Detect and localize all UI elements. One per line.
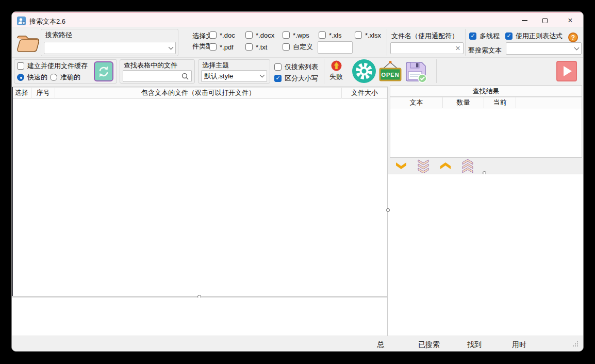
column-header-select[interactable]: 选择 <box>12 87 31 98</box>
close-icon: × <box>568 16 572 25</box>
clear-icon[interactable]: × <box>455 44 460 53</box>
filename-label: 文件名（使用通配符） <box>391 31 458 41</box>
filetype-xlsx-checkbox[interactable]: *.xlsx <box>355 31 381 39</box>
search-icon <box>181 73 189 80</box>
fail-arrow-icon <box>331 60 342 71</box>
multithread-checkbox[interactable]: 多线程 <box>469 32 500 40</box>
table-filter-input[interactable] <box>126 71 179 81</box>
filetype-wps-checkbox[interactable]: *.wps <box>283 31 309 39</box>
refresh-icon <box>97 65 110 78</box>
start-search-button[interactable] <box>556 61 577 81</box>
search-path-combobox[interactable] <box>44 42 176 54</box>
checkbox-icon <box>17 62 24 70</box>
play-icon <box>564 66 572 76</box>
previous-match-button[interactable] <box>438 161 453 170</box>
title-bar: 搜索文本2.6 × <box>12 12 583 27</box>
checkbox-icon <box>245 43 253 51</box>
search-path-input[interactable] <box>47 42 167 54</box>
custom-filetype-input[interactable] <box>321 42 350 53</box>
fail-status[interactable]: 失败 <box>325 60 347 81</box>
status-searched-label: 已搜索 <box>418 340 440 350</box>
save-floppy-icon <box>404 60 427 83</box>
radio-icon <box>50 74 57 81</box>
app-icon <box>17 16 26 25</box>
checkbox-icon <box>355 31 362 39</box>
folder-icon <box>15 31 40 54</box>
table-filter-inputbox[interactable] <box>123 70 192 82</box>
regex-checkbox[interactable]: 使用正则表达式 <box>505 32 563 40</box>
results-column-current[interactable]: 当前 <box>484 97 516 108</box>
results-column-count[interactable]: 数量 <box>443 97 484 108</box>
chevron-down-icon <box>574 45 580 50</box>
column-header-index[interactable]: 序号 <box>31 87 55 98</box>
search-text-input[interactable] <box>509 43 573 54</box>
triple-chevron-down-icon <box>417 159 429 173</box>
radio-icon <box>17 74 24 81</box>
results-column-empty <box>516 97 582 108</box>
filetype-pdf-checkbox[interactable]: *.pdf <box>209 43 234 51</box>
filetype-txt-checkbox[interactable]: *.txt <box>245 43 267 51</box>
table-filter-label: 查找表格中的文件 <box>124 61 177 70</box>
chevron-down-icon <box>169 44 174 49</box>
status-found-label: 找到 <box>467 340 482 350</box>
list-only-checkbox[interactable]: 仅搜索列表 <box>274 63 318 71</box>
radio-accurate[interactable]: 准确的 <box>50 73 80 81</box>
minimize-button[interactable] <box>513 13 536 28</box>
cache-checkbox[interactable]: 建立并使用文件缓存 <box>17 62 88 70</box>
chevron-down-gold-icon <box>395 162 407 170</box>
checkbox-icon <box>469 32 476 40</box>
gear-icon <box>352 59 376 83</box>
search-text-combobox[interactable] <box>506 42 582 55</box>
open-label: OPEN <box>381 72 399 78</box>
close-button[interactable]: × <box>558 13 582 28</box>
filetype-custom-checkbox[interactable]: 自定义 <box>283 43 313 51</box>
splitter-handle-icon[interactable] <box>386 208 390 212</box>
status-time-label: 用时 <box>512 340 526 350</box>
open-file-button[interactable]: OPEN <box>379 60 402 82</box>
filename-inputbox[interactable]: × <box>390 42 464 54</box>
file-table-body <box>12 98 387 296</box>
next-match-button[interactable] <box>394 161 408 170</box>
resize-grip-icon[interactable] <box>573 341 574 342</box>
choose-folder-button[interactable] <box>15 30 41 54</box>
triple-chevron-up-icon <box>461 159 474 173</box>
column-header-files[interactable]: 包含文本的文件（双击可以打开文件） <box>55 87 342 98</box>
maximize-button[interactable] <box>534 13 556 28</box>
radio-fast[interactable]: 快速的 <box>17 73 47 81</box>
checkbox-icon <box>283 43 290 51</box>
checkbox-icon <box>505 32 513 40</box>
case-sensitive-checkbox[interactable]: 区分大小写 <box>274 74 318 82</box>
filetype-xls-checkbox[interactable]: *.xls <box>319 31 342 39</box>
checkbox-icon <box>209 31 217 39</box>
save-results-button[interactable] <box>404 59 427 83</box>
open-sign-icon: OPEN <box>379 60 402 82</box>
theme-select[interactable]: 默认.style <box>201 70 267 82</box>
custom-filetype-inputbox[interactable] <box>318 41 353 54</box>
filetype-docx-checkbox[interactable]: *.docx <box>245 31 274 39</box>
settings-button[interactable] <box>352 59 376 83</box>
filename-input[interactable] <box>393 43 453 54</box>
table-left-edge <box>12 87 13 297</box>
theme-label: 选择主题 <box>202 61 229 70</box>
results-column-text[interactable]: 文本 <box>390 97 443 108</box>
checkbox-icon <box>274 63 282 71</box>
checkbox-icon <box>245 31 253 39</box>
checkbox-icon <box>274 75 282 82</box>
checkbox-icon <box>209 43 217 51</box>
first-match-button[interactable] <box>460 159 475 173</box>
search-path-label: 搜索路径 <box>45 30 72 40</box>
separator <box>387 29 387 56</box>
status-total-label: 总 <box>377 340 384 350</box>
column-header-filesize[interactable]: 文件大小 <box>342 87 387 98</box>
filetype-doc-checkbox[interactable]: *.doc <box>209 31 235 39</box>
refresh-cache-button[interactable] <box>94 61 113 81</box>
search-text-label: 要搜索文本 <box>468 46 502 55</box>
chevron-down-icon <box>260 73 265 78</box>
right-lower-panel <box>388 174 584 336</box>
status-bar <box>12 336 584 352</box>
last-match-button[interactable] <box>416 159 431 173</box>
minimize-icon <box>522 20 527 21</box>
separator <box>324 59 324 84</box>
help-icon[interactable]: ? <box>568 32 578 42</box>
chevron-up-gold-icon <box>439 162 452 170</box>
